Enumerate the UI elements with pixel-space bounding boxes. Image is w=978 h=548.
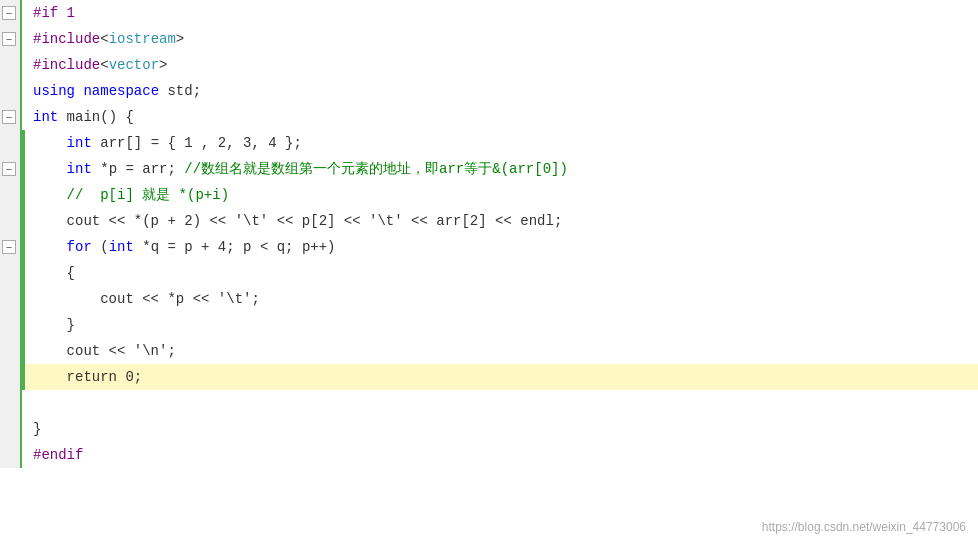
line-gutter: [0, 338, 22, 364]
token-macro: #include: [33, 57, 100, 73]
code-line: #endif: [0, 442, 978, 468]
token-kw: using: [33, 83, 75, 99]
line-code: #include<vector>: [25, 52, 978, 78]
fold-icon: [2, 448, 16, 462]
token-plain: *q = p + 4; p < q; p++): [134, 239, 336, 255]
code-line: − for (int *q = p + 4; p < q; p++): [0, 234, 978, 260]
token-plain: >: [159, 57, 167, 73]
line-gutter: [0, 78, 22, 104]
token-kw: int: [67, 161, 92, 177]
line-gutter: [0, 364, 22, 390]
line-code: int *p = arr; //数组名就是数组第一个元素的地址，即arr等于&(…: [25, 156, 978, 182]
code-line: using namespace std;: [0, 78, 978, 104]
fold-icon[interactable]: −: [2, 6, 16, 20]
token-plain: cout << *(p + 2) << '\t' << p[2] << '\t'…: [33, 213, 562, 229]
code-line: #include<vector>: [0, 52, 978, 78]
fold-icon: [2, 84, 16, 98]
token-std-name: iostream: [109, 31, 176, 47]
code-line: return 0;: [0, 364, 978, 390]
token-plain: [33, 161, 67, 177]
code-line: cout << *p << '\t';: [0, 286, 978, 312]
token-comment: // p[i] 就是 *(p+i): [67, 187, 229, 203]
token-plain: *p = arr;: [92, 161, 184, 177]
line-gutter: [0, 52, 22, 78]
token-plain: [33, 187, 67, 203]
token-comment: //数组名就是数组第一个元素的地址，即arr等于&(arr[0]): [184, 161, 568, 177]
code-line: }: [0, 312, 978, 338]
fold-icon[interactable]: −: [2, 110, 16, 124]
watermark: https://blog.csdn.net/weixin_44773006: [762, 514, 966, 540]
line-code: #if 1: [25, 0, 978, 26]
code-line: [0, 390, 978, 416]
fold-icon[interactable]: −: [2, 32, 16, 46]
line-code: cout << *(p + 2) << '\t' << p[2] << '\t'…: [25, 208, 978, 234]
line-gutter: [0, 182, 22, 208]
line-gutter: [0, 260, 22, 286]
code-editor: −#if 1−#include<iostream>#include<vector…: [0, 0, 978, 548]
token-kw: namespace: [83, 83, 159, 99]
line-gutter: −: [0, 234, 22, 260]
fold-icon: [2, 214, 16, 228]
token-plain: [33, 135, 67, 151]
line-gutter: [0, 416, 22, 442]
fold-icon: [2, 370, 16, 384]
code-line: cout << '\n';: [0, 338, 978, 364]
line-gutter: [0, 312, 22, 338]
line-gutter: [0, 390, 22, 416]
token-std-name: vector: [109, 57, 159, 73]
code-line: {: [0, 260, 978, 286]
line-code: [25, 390, 978, 416]
token-macro: #endif: [33, 447, 83, 463]
line-gutter: [0, 130, 22, 156]
fold-icon: [2, 292, 16, 306]
fold-icon: [2, 58, 16, 72]
fold-icon: [2, 344, 16, 358]
line-code: // p[i] 就是 *(p+i): [25, 182, 978, 208]
code-line: −int main() {: [0, 104, 978, 130]
line-code: for (int *q = p + 4; p < q; p++): [25, 234, 978, 260]
code-line: int arr[] = { 1 , 2, 3, 4 };: [0, 130, 978, 156]
fold-icon[interactable]: −: [2, 240, 16, 254]
token-plain: }: [33, 317, 75, 333]
token-plain: main() {: [58, 109, 134, 125]
token-plain: std;: [159, 83, 201, 99]
code-line: }: [0, 416, 978, 442]
code-line: −#if 1: [0, 0, 978, 26]
token-plain: <: [100, 31, 108, 47]
line-code: {: [25, 260, 978, 286]
line-code: cout << *p << '\t';: [25, 286, 978, 312]
line-code: int main() {: [25, 104, 978, 130]
fold-icon: [2, 318, 16, 332]
line-gutter: −: [0, 104, 22, 130]
token-plain: <: [100, 57, 108, 73]
token-kw: for: [67, 239, 92, 255]
token-plain: }: [33, 421, 41, 437]
line-code: using namespace std;: [25, 78, 978, 104]
fold-icon: [2, 422, 16, 436]
code-line: − int *p = arr; //数组名就是数组第一个元素的地址，即arr等于…: [0, 156, 978, 182]
token-kw: int: [67, 135, 92, 151]
fold-icon: [2, 136, 16, 150]
fold-icon[interactable]: −: [2, 162, 16, 176]
line-gutter: −: [0, 156, 22, 182]
code-line: −#include<iostream>: [0, 26, 978, 52]
line-code: cout << '\n';: [25, 338, 978, 364]
token-plain: >: [176, 31, 184, 47]
token-plain: [33, 239, 67, 255]
token-plain: {: [33, 265, 75, 281]
code-line: cout << *(p + 2) << '\t' << p[2] << '\t'…: [0, 208, 978, 234]
token-plain: cout << *p << '\t';: [33, 291, 260, 307]
code-area: −#if 1−#include<iostream>#include<vector…: [0, 0, 978, 468]
line-gutter: −: [0, 26, 22, 52]
fold-icon: [2, 266, 16, 280]
line-code: return 0;: [25, 364, 978, 390]
line-gutter: [0, 442, 22, 468]
line-gutter: [0, 208, 22, 234]
token-macro: #if 1: [33, 5, 75, 21]
token-plain: cout << '\n';: [33, 343, 176, 359]
line-code: int arr[] = { 1 , 2, 3, 4 };: [25, 130, 978, 156]
token-macro: #include: [33, 31, 100, 47]
line-code: #endif: [25, 442, 978, 468]
token-kw: int: [33, 109, 58, 125]
token-plain: return 0;: [33, 369, 142, 385]
